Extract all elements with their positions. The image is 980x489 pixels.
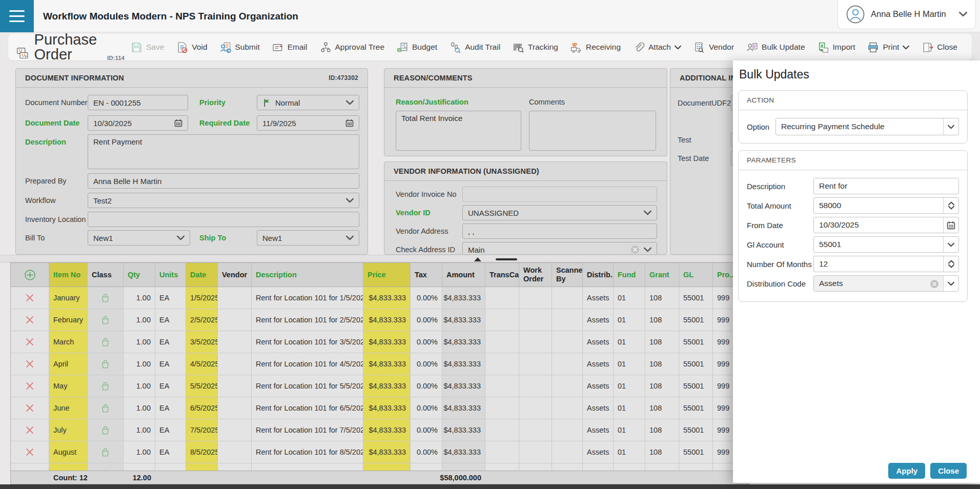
col-header-tax[interactable]: Tax: [411, 263, 442, 287]
cell-work-order[interactable]: [519, 331, 552, 353]
cell-price[interactable]: $4,833.333: [363, 309, 411, 331]
cell-transcat[interactable]: [485, 353, 519, 375]
cell-fund[interactable]: 01: [614, 287, 645, 309]
delete-row-button[interactable]: [11, 309, 49, 331]
cell-qty[interactable]: 1.00: [124, 463, 155, 471]
cell-item-no[interactable]: May: [49, 375, 88, 397]
cell-gl[interactable]: 55001: [679, 463, 713, 471]
cell-distribution[interactable]: Assets: [583, 419, 614, 441]
cell-distribution[interactable]: Assets: [583, 331, 614, 353]
audit-trail-button[interactable]: Audit Trail: [443, 37, 506, 57]
cell-amount[interactable]: $4,833.333: [442, 397, 485, 419]
col-header-vendor[interactable]: Vendor: [218, 263, 252, 287]
cell-gl[interactable]: 55001: [679, 441, 713, 463]
vendor-address-field[interactable]: [462, 223, 657, 239]
cell-tax[interactable]: 0.00%: [411, 397, 442, 419]
total-amount-stepper[interactable]: [943, 198, 958, 213]
vendor-invoice-no-field[interactable]: [462, 187, 657, 202]
cell-tax[interactable]: 0.00%: [411, 287, 442, 309]
cell-item-no[interactable]: June: [49, 397, 88, 419]
col-header-item-no[interactable]: Item No: [49, 263, 88, 287]
vendor-id-select[interactable]: UNASSIGNED: [462, 205, 657, 220]
cell-distribution[interactable]: Assets: [583, 287, 614, 309]
cell-description[interactable]: Rent for Location 101 for 2/5/2025: [252, 309, 363, 331]
cell-price[interactable]: $4,833.333: [363, 463, 411, 471]
cell-qty[interactable]: 1.00: [124, 353, 155, 375]
cell-distribution[interactable]: Assets: [583, 463, 614, 471]
cell-description[interactable]: Rent for Location 101 for 7/5/2025: [252, 419, 363, 441]
cell-tax[interactable]: 0.00%: [411, 441, 442, 463]
cell-transcat[interactable]: [485, 375, 519, 397]
cell-tax[interactable]: 0.00%: [411, 353, 442, 375]
col-header-work-order[interactable]: Work Order: [519, 263, 552, 287]
cell-work-order[interactable]: [519, 419, 552, 441]
from-date-calendar-button[interactable]: [943, 217, 958, 233]
cell-item-no[interactable]: August: [49, 441, 88, 463]
ship-to-select[interactable]: New1: [257, 230, 359, 246]
from-date-input[interactable]: [814, 217, 943, 233]
cell-description[interactable]: Rent for Location 101 for 4/5/2025: [252, 353, 363, 375]
cell-fund[interactable]: 01: [614, 397, 645, 419]
cell-units[interactable]: EA: [155, 331, 186, 353]
cell-price[interactable]: $4,833.333: [363, 397, 411, 419]
bill-to-select[interactable]: New1: [88, 230, 190, 246]
delete-row-button[interactable]: [11, 419, 49, 441]
cell-work-order[interactable]: [519, 353, 552, 375]
cell-vendor[interactable]: [218, 287, 252, 309]
import-button[interactable]: Import: [811, 37, 862, 57]
cell-date[interactable]: 2/5/2025: [186, 309, 218, 331]
vendor-button[interactable]: Vendor: [687, 37, 740, 57]
cell-amount[interactable]: $4,833.333: [442, 463, 485, 471]
option-value[interactable]: [776, 118, 943, 135]
cell-price[interactable]: $4,833.333: [363, 353, 411, 375]
cell-distribution[interactable]: Assets: [583, 309, 614, 331]
cell-qty[interactable]: 1.00: [124, 419, 155, 441]
cell-distribution[interactable]: Assets: [583, 353, 614, 375]
cell-units[interactable]: EA: [155, 419, 186, 441]
cell-scanned-by[interactable]: [552, 419, 583, 441]
check-address-id-select[interactable]: Main: [462, 242, 657, 255]
cell-transcat[interactable]: [485, 419, 519, 441]
cell-vendor[interactable]: [218, 353, 252, 375]
cell-fund[interactable]: 01: [614, 331, 645, 353]
delete-row-button[interactable]: [11, 441, 49, 463]
cell-transcat[interactable]: [485, 287, 519, 309]
col-header-description[interactable]: Description: [252, 263, 363, 287]
cell-amount[interactable]: $4,833.333: [442, 309, 485, 331]
cell-qty[interactable]: 1.00: [124, 441, 155, 463]
cell-work-order[interactable]: [519, 463, 552, 471]
cell-date[interactable]: 3/5/2025: [186, 331, 218, 353]
required-date-field[interactable]: 11/9/2025: [257, 115, 359, 131]
col-header-price[interactable]: Price: [363, 263, 411, 287]
cell-gl[interactable]: 55001: [679, 353, 713, 375]
cell-date[interactable]: 8/5/2025: [186, 441, 218, 463]
cell-fund[interactable]: 01: [614, 309, 645, 331]
cell-price[interactable]: $4,833.333: [363, 287, 411, 309]
cell-transcat[interactable]: [485, 309, 519, 331]
cell-description[interactable]: Rent for Location 101 for 1/5/2025: [252, 287, 363, 309]
cell-fund[interactable]: 01: [614, 353, 645, 375]
email-button[interactable]: Email: [266, 37, 314, 57]
cell-item-no[interactable]: September: [49, 463, 88, 471]
cell-work-order[interactable]: [519, 309, 552, 331]
cell-gl[interactable]: 55001: [679, 419, 713, 441]
col-header-units[interactable]: Units: [155, 263, 186, 287]
cell-gl[interactable]: 55001: [679, 375, 713, 397]
inventory-location-field[interactable]: [88, 212, 359, 227]
cell-vendor[interactable]: [218, 419, 252, 441]
cell-grant[interactable]: 108: [645, 441, 679, 463]
hamburger-menu-button[interactable]: [0, 0, 34, 32]
option-dropdown-button[interactable]: [943, 118, 958, 135]
cell-scanned-by[interactable]: [552, 331, 583, 353]
cell-vendor[interactable]: [218, 463, 252, 471]
cell-fund[interactable]: 01: [614, 463, 645, 471]
cell-scanned-by[interactable]: [552, 287, 583, 309]
submit-button[interactable]: Submit: [214, 37, 266, 57]
cell-grant[interactable]: 108: [645, 419, 679, 441]
cell-class[interactable]: [88, 419, 124, 441]
cell-transcat[interactable]: [485, 397, 519, 419]
cell-gl[interactable]: 55001: [679, 331, 713, 353]
cell-units[interactable]: EA: [155, 287, 186, 309]
cell-description[interactable]: Rent for Location 101 for 8/5/2025: [252, 441, 363, 463]
cell-description[interactable]: Rent for Location 101 for 9/5/2025: [252, 463, 363, 471]
